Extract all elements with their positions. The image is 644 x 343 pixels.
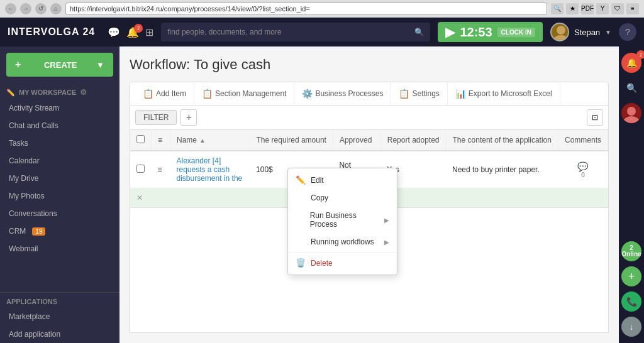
- toolbar: 📋 Add Item 📋 Section Management ⚙️ Busin…: [130, 82, 609, 106]
- export-icon: 📊: [455, 89, 466, 99]
- menu-icon[interactable]: ≡: [626, 3, 639, 14]
- filter-bar: FILTER + ⊡: [130, 106, 609, 130]
- sidebar-item-label: Add application: [9, 330, 60, 339]
- right-plus-button[interactable]: +: [621, 266, 641, 286]
- add-filter-button[interactable]: +: [180, 109, 197, 126]
- row-name: Alexander [4] requests a cash disburseme…: [177, 156, 243, 183]
- sidebar-item-label: My Drive: [9, 174, 38, 183]
- right-download-button[interactable]: ↓: [621, 317, 641, 337]
- back-button[interactable]: ←: [5, 3, 16, 14]
- amount-column-header[interactable]: The required amount: [250, 130, 333, 151]
- context-menu-delete[interactable]: 🗑️ Delete: [288, 254, 397, 272]
- sidebar-item-add-application[interactable]: Add application: [0, 325, 119, 343]
- run-bp-arrow-icon: ▶: [384, 217, 389, 224]
- svg-point-0: [557, 26, 565, 35]
- sidebar-item-label: Chat and Calls: [9, 121, 58, 130]
- workspace-settings-icon[interactable]: ⚙: [80, 88, 87, 97]
- notifications-icon[interactable]: 🔔 2: [126, 26, 139, 38]
- header: INTERVOLGA 24 💬 🔔 2 ⊞ find people, docum…: [0, 18, 644, 46]
- right-search-icon[interactable]: 🔍: [621, 78, 641, 98]
- business-processes-button[interactable]: ⚙️ Business Processes: [294, 82, 391, 105]
- sidebar-item-calendar[interactable]: Calendar: [0, 152, 119, 170]
- settings-label: Settings: [412, 89, 439, 98]
- approved-column-header[interactable]: Approved: [333, 130, 380, 151]
- name-label: Name: [177, 136, 197, 144]
- row-checkbox[interactable]: [136, 165, 145, 173]
- filter-button[interactable]: FILTER: [135, 110, 177, 125]
- comments-cell: 💬 0: [558, 151, 608, 188]
- select-all-checkbox[interactable]: [136, 135, 145, 143]
- add-item-button[interactable]: 📋 Add Item: [135, 82, 194, 105]
- sidebar-item-tasks[interactable]: Tasks: [0, 134, 119, 152]
- clock-in-button[interactable]: CLOCK IN: [497, 28, 535, 37]
- name-column-header[interactable]: Name ▲: [170, 130, 250, 151]
- search-bar[interactable]: find people, documents, and more 🔍: [161, 23, 430, 41]
- row-actions-cell[interactable]: ≡: [152, 151, 170, 188]
- apps-icon[interactable]: ⊞: [145, 26, 153, 38]
- sidebar-item-marketplace[interactable]: Marketplace: [0, 308, 119, 325]
- context-menu-running-workflows[interactable]: Running workflows ▶: [288, 233, 397, 251]
- name-cell[interactable]: Alexander [4] requests a cash disburseme…: [170, 151, 250, 188]
- row-amount: 100$: [256, 165, 273, 174]
- sidebar-item-chat-calls[interactable]: Chat and Calls: [0, 117, 119, 134]
- body-container: + CREATE ▼ ✏️ MY WORKSPACE ⚙ Activity St…: [0, 46, 644, 343]
- clock-area: ▶ 12:53 CLOCK IN: [438, 22, 543, 42]
- report-column-header[interactable]: Report adopted: [380, 130, 446, 151]
- antivirus-icon[interactable]: 🛡: [611, 3, 624, 14]
- right-avatar-image: [621, 103, 641, 123]
- user-dropdown-arrow: ▼: [605, 29, 611, 36]
- messages-icon[interactable]: 💬: [108, 26, 120, 38]
- comments-column-header[interactable]: Comments: [558, 130, 608, 151]
- check-cb-cell[interactable]: ✕: [130, 188, 152, 208]
- home-button[interactable]: ⌂: [50, 3, 62, 14]
- search-placeholder-text: find people, documents, and more: [167, 28, 281, 36]
- business-processes-icon: ⚙️: [302, 89, 313, 99]
- pdf-icon[interactable]: PDF: [581, 3, 594, 14]
- content-column-header[interactable]: The content of the application: [446, 130, 558, 151]
- context-menu-edit[interactable]: ✏️ Edit: [288, 171, 397, 189]
- amount-label: The required amount: [257, 136, 326, 144]
- sidebar-item-my-photos[interactable]: My Photos: [0, 187, 119, 205]
- reload-button[interactable]: ↺: [35, 3, 47, 14]
- right-notification-icon[interactable]: 🔔 2: [621, 53, 641, 73]
- sidebar-item-label: Marketplace: [9, 312, 50, 321]
- row-content: Need to buy printer paper.: [452, 165, 540, 174]
- context-menu-run-bp[interactable]: Run Business Process ▶: [288, 207, 397, 233]
- copy-label: Copy: [311, 193, 328, 202]
- settings-button[interactable]: 📋 Settings: [391, 82, 447, 105]
- table-container: ≡ Name ▲ The required amount: [130, 130, 609, 333]
- browser-ext-icon[interactable]: Y: [596, 3, 609, 14]
- sidebar-item-webmail[interactable]: Webmail: [0, 240, 119, 258]
- search-icon[interactable]: 🔍: [551, 3, 564, 14]
- url-bar[interactable]: https://intervolgavirt.bitrix24.ru/compa…: [65, 3, 547, 15]
- select-all-header[interactable]: [130, 130, 152, 151]
- section-management-button[interactable]: 📋 Section Management: [194, 82, 294, 105]
- export-excel-button[interactable]: 📊 Export to Microsoft Excel: [448, 82, 560, 105]
- delete-row-icon[interactable]: ✕: [136, 193, 143, 202]
- avatar-image: [552, 23, 568, 41]
- forward-button[interactable]: →: [20, 3, 31, 14]
- sidebar-item-crm[interactable]: CRM 19: [0, 222, 119, 240]
- right-phone-button[interactable]: 📞: [621, 291, 641, 312]
- view-toggle-button[interactable]: ⊡: [587, 109, 603, 126]
- user-area[interactable]: Stepan ▼: [550, 23, 611, 41]
- row-checkbox-cell[interactable]: [130, 151, 152, 188]
- help-button[interactable]: ?: [619, 23, 636, 41]
- sidebar-item-my-drive[interactable]: My Drive: [0, 170, 119, 187]
- create-button[interactable]: + CREATE ▼: [6, 53, 113, 77]
- context-menu-copy[interactable]: Copy: [288, 189, 397, 207]
- sidebar-item-conversations[interactable]: Conversations: [0, 205, 119, 222]
- sidebar-item-activity-stream[interactable]: Activity Stream: [0, 99, 119, 117]
- browser-bar: ← → ↺ ⌂ https://intervolgavirt.bitrix24.…: [0, 0, 644, 18]
- context-menu: ✏️ Edit Copy Run Business Process ▶: [287, 168, 397, 275]
- create-dropdown-icon: ▼: [96, 60, 104, 70]
- running-workflows-arrow-icon: ▶: [384, 239, 389, 246]
- workspace-label: MY WORKSPACE: [19, 89, 76, 96]
- right-avatar-icon[interactable]: [621, 103, 641, 123]
- run-bp-label: Run Business Process: [310, 211, 379, 229]
- create-plus-icon: +: [15, 59, 21, 70]
- approved-label: Approved: [340, 136, 372, 144]
- right-notification-badge: 2: [636, 50, 644, 59]
- username: Stepan: [574, 28, 600, 37]
- star-icon[interactable]: ★: [566, 3, 579, 14]
